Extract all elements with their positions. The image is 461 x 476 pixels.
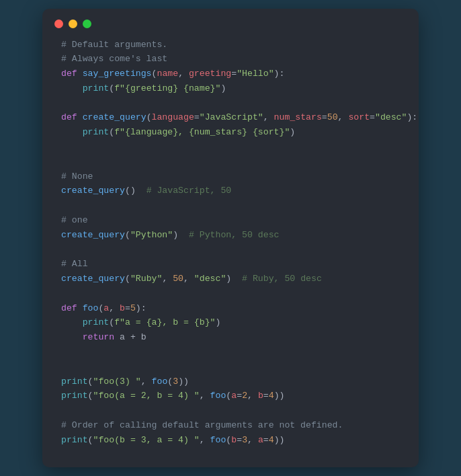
- code-line: print("foo(b = 3, a = 4) ", foo(b=3, a=4…: [61, 433, 400, 448]
- titlebar: [42, 9, 419, 38]
- code-line: create_query() # JavaScript, 50: [61, 184, 400, 198]
- code-line: create_query("Python") # Python, 50 desc: [61, 228, 400, 243]
- blank-line: [61, 403, 400, 418]
- blank-line: [61, 155, 400, 169]
- comment-text: # Always come's last: [61, 54, 167, 64]
- code-line: return a + b: [61, 330, 400, 345]
- blank-line: [61, 345, 400, 360]
- code-line: create_query("Ruby", 50, "desc") # Ruby,…: [61, 272, 400, 286]
- blank-line: [61, 243, 400, 257]
- code-line: print(f"a = {a}, b = {b}"): [61, 315, 400, 330]
- comment-text: # All: [61, 259, 88, 269]
- comment-text: # Default arguments.: [61, 40, 167, 50]
- code-line: print(f"{greeting} {name}"): [61, 81, 400, 96]
- blank-line: [61, 360, 400, 374]
- blank-line: [61, 96, 400, 111]
- code-line: # Always come's last: [61, 52, 400, 67]
- comment-text: # None: [61, 171, 93, 182]
- blank-line: [61, 140, 400, 155]
- comment-text: # Order of calling default arguments are…: [61, 420, 343, 430]
- close-button[interactable]: [54, 19, 63, 28]
- code-line: def say_greetings(name, greeting="Hello"…: [61, 67, 400, 81]
- code-line: # Order of calling default arguments are…: [61, 418, 400, 433]
- code-line: print(f"{language}, {num_stars} {sort}"): [61, 125, 400, 140]
- code-line: # All: [61, 257, 400, 272]
- code-line: def foo(a, b=5):: [61, 301, 400, 316]
- code-line: # None: [61, 169, 400, 184]
- blank-line: [61, 198, 400, 213]
- code-line: print("foo(3) ", foo(3)): [61, 374, 400, 389]
- minimize-button[interactable]: [69, 19, 77, 28]
- comment-text: # one: [61, 215, 88, 225]
- code-editor: # Default arguments. # Always come's las…: [42, 38, 419, 448]
- code-line: # one: [61, 213, 400, 228]
- code-line: def create_query(language="JavaScript", …: [61, 110, 400, 125]
- maximize-button[interactable]: [83, 19, 91, 28]
- code-line: # Default arguments.: [61, 38, 400, 52]
- code-line: print("foo(a = 2, b = 4) ", foo(a=2, b=4…: [61, 389, 400, 403]
- blank-line: [61, 286, 400, 301]
- code-window: # Default arguments. # Always come's las…: [42, 9, 419, 468]
